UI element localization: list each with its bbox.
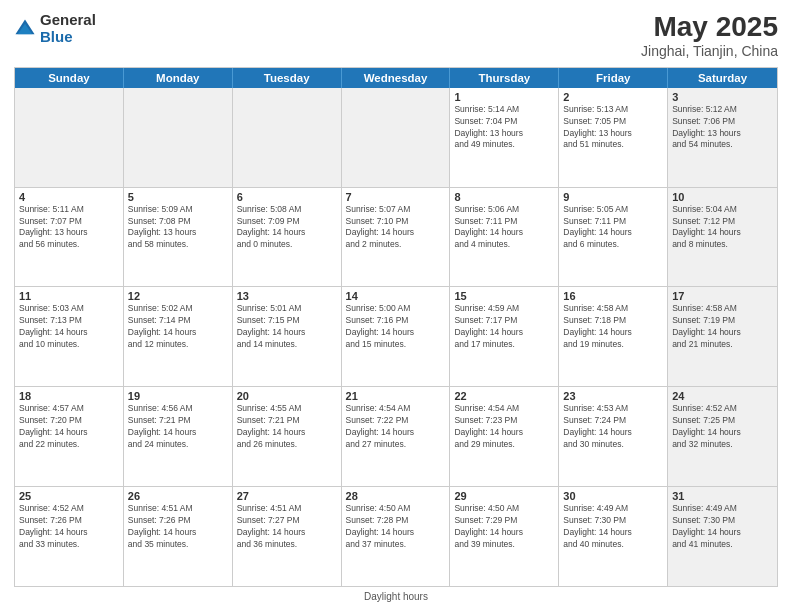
- day-header: Wednesday: [342, 68, 451, 88]
- calendar-body: 1Sunrise: 5:14 AM Sunset: 7:04 PM Daylig…: [15, 88, 777, 586]
- day-number: 17: [672, 290, 773, 302]
- day-info: Sunrise: 4:50 AM Sunset: 7:28 PM Dayligh…: [346, 503, 446, 551]
- day-number: 20: [237, 390, 337, 402]
- day-number: 19: [128, 390, 228, 402]
- day-info: Sunrise: 4:49 AM Sunset: 7:30 PM Dayligh…: [563, 503, 663, 551]
- day-header: Sunday: [15, 68, 124, 88]
- calendar-cell: 9Sunrise: 5:05 AM Sunset: 7:11 PM Daylig…: [559, 188, 668, 287]
- day-info: Sunrise: 4:58 AM Sunset: 7:18 PM Dayligh…: [563, 303, 663, 351]
- day-number: 6: [237, 191, 337, 203]
- day-info: Sunrise: 4:51 AM Sunset: 7:26 PM Dayligh…: [128, 503, 228, 551]
- calendar-week-row: 25Sunrise: 4:52 AM Sunset: 7:26 PM Dayli…: [15, 487, 777, 586]
- day-info: Sunrise: 4:59 AM Sunset: 7:17 PM Dayligh…: [454, 303, 554, 351]
- day-header: Monday: [124, 68, 233, 88]
- calendar-cell: [124, 88, 233, 187]
- logo-icon: [14, 18, 36, 40]
- calendar-cell: [233, 88, 342, 187]
- calendar-cell: 19Sunrise: 4:56 AM Sunset: 7:21 PM Dayli…: [124, 387, 233, 486]
- calendar-week-row: 18Sunrise: 4:57 AM Sunset: 7:20 PM Dayli…: [15, 387, 777, 487]
- day-info: Sunrise: 4:49 AM Sunset: 7:30 PM Dayligh…: [672, 503, 773, 551]
- calendar-cell: 29Sunrise: 4:50 AM Sunset: 7:29 PM Dayli…: [450, 487, 559, 586]
- calendar-cell: 14Sunrise: 5:00 AM Sunset: 7:16 PM Dayli…: [342, 287, 451, 386]
- day-number: 16: [563, 290, 663, 302]
- calendar-cell: 15Sunrise: 4:59 AM Sunset: 7:17 PM Dayli…: [450, 287, 559, 386]
- day-number: 23: [563, 390, 663, 402]
- day-info: Sunrise: 4:51 AM Sunset: 7:27 PM Dayligh…: [237, 503, 337, 551]
- calendar-cell: 11Sunrise: 5:03 AM Sunset: 7:13 PM Dayli…: [15, 287, 124, 386]
- calendar-cell: 24Sunrise: 4:52 AM Sunset: 7:25 PM Dayli…: [668, 387, 777, 486]
- day-info: Sunrise: 4:54 AM Sunset: 7:23 PM Dayligh…: [454, 403, 554, 451]
- day-info: Sunrise: 4:52 AM Sunset: 7:25 PM Dayligh…: [672, 403, 773, 451]
- calendar-cell: 20Sunrise: 4:55 AM Sunset: 7:21 PM Dayli…: [233, 387, 342, 486]
- day-number: 5: [128, 191, 228, 203]
- day-header: Thursday: [450, 68, 559, 88]
- calendar-header-row: SundayMondayTuesdayWednesdayThursdayFrid…: [15, 68, 777, 88]
- calendar-cell: 1Sunrise: 5:14 AM Sunset: 7:04 PM Daylig…: [450, 88, 559, 187]
- day-info: Sunrise: 5:13 AM Sunset: 7:05 PM Dayligh…: [563, 104, 663, 152]
- day-number: 12: [128, 290, 228, 302]
- logo-text: General Blue: [40, 12, 96, 45]
- day-number: 10: [672, 191, 773, 203]
- day-number: 2: [563, 91, 663, 103]
- day-number: 11: [19, 290, 119, 302]
- day-number: 22: [454, 390, 554, 402]
- day-info: Sunrise: 5:04 AM Sunset: 7:12 PM Dayligh…: [672, 204, 773, 252]
- calendar-cell: 25Sunrise: 4:52 AM Sunset: 7:26 PM Dayli…: [15, 487, 124, 586]
- day-info: Sunrise: 4:54 AM Sunset: 7:22 PM Dayligh…: [346, 403, 446, 451]
- day-info: Sunrise: 5:06 AM Sunset: 7:11 PM Dayligh…: [454, 204, 554, 252]
- calendar-cell: 21Sunrise: 4:54 AM Sunset: 7:22 PM Dayli…: [342, 387, 451, 486]
- day-number: 3: [672, 91, 773, 103]
- subtitle: Jinghai, Tianjin, China: [641, 43, 778, 59]
- day-info: Sunrise: 4:53 AM Sunset: 7:24 PM Dayligh…: [563, 403, 663, 451]
- day-number: 1: [454, 91, 554, 103]
- calendar-week-row: 1Sunrise: 5:14 AM Sunset: 7:04 PM Daylig…: [15, 88, 777, 188]
- calendar-cell: 5Sunrise: 5:09 AM Sunset: 7:08 PM Daylig…: [124, 188, 233, 287]
- header: General Blue May 2025 Jinghai, Tianjin, …: [14, 12, 778, 59]
- day-number: 29: [454, 490, 554, 502]
- day-number: 26: [128, 490, 228, 502]
- day-info: Sunrise: 5:07 AM Sunset: 7:10 PM Dayligh…: [346, 204, 446, 252]
- calendar-week-row: 4Sunrise: 5:11 AM Sunset: 7:07 PM Daylig…: [15, 188, 777, 288]
- calendar-cell: 18Sunrise: 4:57 AM Sunset: 7:20 PM Dayli…: [15, 387, 124, 486]
- title-block: May 2025 Jinghai, Tianjin, China: [641, 12, 778, 59]
- calendar-cell: [342, 88, 451, 187]
- day-number: 21: [346, 390, 446, 402]
- calendar-cell: 10Sunrise: 5:04 AM Sunset: 7:12 PM Dayli…: [668, 188, 777, 287]
- logo-blue: Blue: [40, 29, 96, 46]
- logo-general: General: [40, 12, 96, 29]
- day-number: 8: [454, 191, 554, 203]
- day-info: Sunrise: 4:52 AM Sunset: 7:26 PM Dayligh…: [19, 503, 119, 551]
- logo: General Blue: [14, 12, 96, 45]
- day-number: 24: [672, 390, 773, 402]
- calendar-cell: 31Sunrise: 4:49 AM Sunset: 7:30 PM Dayli…: [668, 487, 777, 586]
- day-number: 7: [346, 191, 446, 203]
- day-header: Friday: [559, 68, 668, 88]
- day-number: 27: [237, 490, 337, 502]
- day-number: 14: [346, 290, 446, 302]
- day-info: Sunrise: 5:12 AM Sunset: 7:06 PM Dayligh…: [672, 104, 773, 152]
- day-info: Sunrise: 5:14 AM Sunset: 7:04 PM Dayligh…: [454, 104, 554, 152]
- calendar-cell: 4Sunrise: 5:11 AM Sunset: 7:07 PM Daylig…: [15, 188, 124, 287]
- calendar-cell: 2Sunrise: 5:13 AM Sunset: 7:05 PM Daylig…: [559, 88, 668, 187]
- calendar-cell: 3Sunrise: 5:12 AM Sunset: 7:06 PM Daylig…: [668, 88, 777, 187]
- day-number: 30: [563, 490, 663, 502]
- day-number: 25: [19, 490, 119, 502]
- calendar-cell: 7Sunrise: 5:07 AM Sunset: 7:10 PM Daylig…: [342, 188, 451, 287]
- day-header: Tuesday: [233, 68, 342, 88]
- day-info: Sunrise: 5:08 AM Sunset: 7:09 PM Dayligh…: [237, 204, 337, 252]
- calendar-cell: 22Sunrise: 4:54 AM Sunset: 7:23 PM Dayli…: [450, 387, 559, 486]
- calendar-cell: 13Sunrise: 5:01 AM Sunset: 7:15 PM Dayli…: [233, 287, 342, 386]
- calendar-cell: 16Sunrise: 4:58 AM Sunset: 7:18 PM Dayli…: [559, 287, 668, 386]
- day-number: 28: [346, 490, 446, 502]
- calendar-week-row: 11Sunrise: 5:03 AM Sunset: 7:13 PM Dayli…: [15, 287, 777, 387]
- day-number: 15: [454, 290, 554, 302]
- footer-note: Daylight hours: [14, 591, 778, 602]
- day-number: 9: [563, 191, 663, 203]
- day-info: Sunrise: 4:50 AM Sunset: 7:29 PM Dayligh…: [454, 503, 554, 551]
- day-info: Sunrise: 4:57 AM Sunset: 7:20 PM Dayligh…: [19, 403, 119, 451]
- day-info: Sunrise: 5:09 AM Sunset: 7:08 PM Dayligh…: [128, 204, 228, 252]
- day-number: 4: [19, 191, 119, 203]
- calendar-cell: 27Sunrise: 4:51 AM Sunset: 7:27 PM Dayli…: [233, 487, 342, 586]
- day-number: 18: [19, 390, 119, 402]
- day-info: Sunrise: 5:00 AM Sunset: 7:16 PM Dayligh…: [346, 303, 446, 351]
